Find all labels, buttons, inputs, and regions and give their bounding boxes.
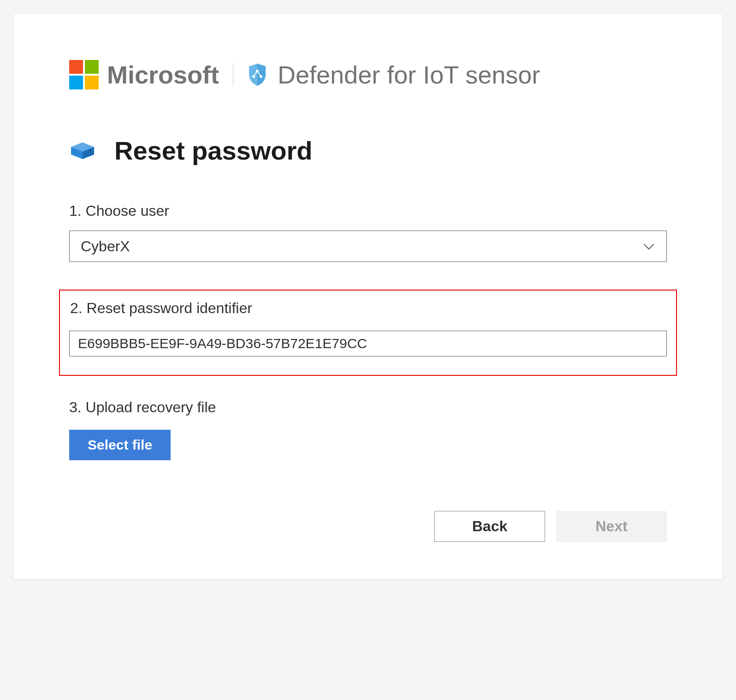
identifier-field[interactable]: E699BBB5-EE9F-9A49-BD36-57B72E1E79CC [69, 331, 667, 356]
brand-name: Microsoft [107, 60, 219, 89]
svg-point-5 [89, 150, 91, 152]
footer: Back Next [69, 511, 667, 542]
reset-password-card: Microsoft Defender for IoT sensor Reset … [14, 14, 722, 579]
identifier-value: E699BBB5-EE9F-9A49-BD36-57B72E1E79CC [78, 336, 367, 351]
choose-user-select[interactable]: CyberX [69, 231, 667, 262]
identifier-label: 2. Reset password identifier [69, 300, 667, 317]
title-row: Reset password [69, 136, 667, 166]
next-button[interactable]: Next [556, 511, 667, 542]
page-title: Reset password [114, 136, 313, 166]
choose-user-label: 1. Choose user [69, 202, 667, 219]
upload-label: 3. Upload recovery file [69, 399, 667, 416]
header: Microsoft Defender for IoT sensor [69, 60, 667, 89]
product-name: Defender for IoT sensor [278, 60, 540, 89]
shield-icon [247, 63, 267, 87]
header-divider [233, 63, 233, 86]
chevron-down-icon [642, 240, 655, 253]
choose-user-value: CyberX [81, 238, 642, 255]
back-button[interactable]: Back [434, 511, 545, 542]
microsoft-logo-icon [69, 60, 99, 89]
identifier-highlight-box: 2. Reset password identifier E699BBB5-EE… [59, 290, 677, 376]
select-file-button[interactable]: Select file [69, 430, 171, 460]
sensor-icon [69, 141, 96, 161]
